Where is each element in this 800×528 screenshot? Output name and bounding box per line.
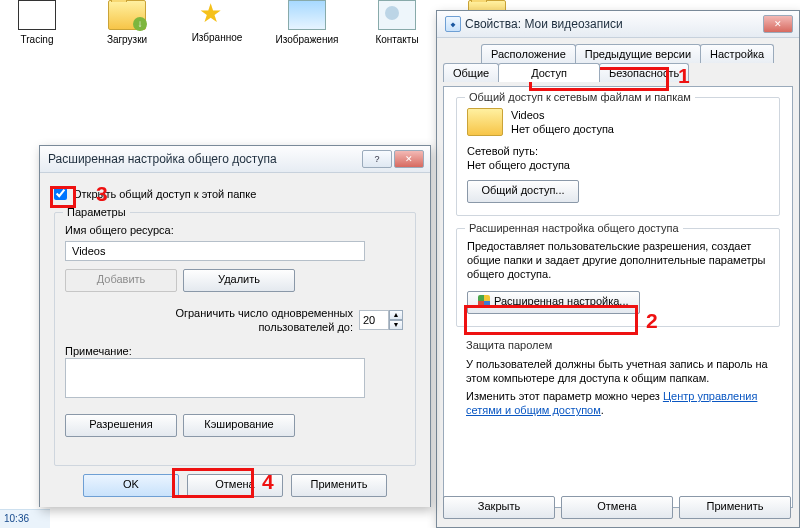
spinner-down[interactable]: ▼	[389, 320, 403, 330]
group-legend: Общий доступ к сетевым файлам и папкам	[465, 91, 695, 103]
share-status: Нет общего доступа	[467, 122, 769, 136]
spinner-up[interactable]: ▲	[389, 310, 403, 320]
advanced-sharing-desc: Предоставляет пользовательские разрешени…	[467, 239, 769, 281]
download-arrow-icon: ↓	[133, 17, 147, 31]
password-protection-hint: Изменить этот параметр можно через Центр…	[466, 389, 770, 417]
desktop-icon-tracing[interactable]: Tracing	[6, 0, 68, 50]
caching-button[interactable]: Кэширование	[183, 414, 295, 437]
cancel-button[interactable]: Отмена	[187, 474, 283, 497]
properties-sysicon: ⬥	[445, 16, 461, 32]
properties-title: Свойства: Мои видеозаписи	[465, 17, 763, 31]
limit-spinner[interactable]: ▲▼	[359, 310, 405, 330]
group-password-protection: Защита паролем У пользователей должны бы…	[456, 339, 780, 429]
properties-window: ⬥ Свойства: Мои видеозаписи ✕ Расположен…	[436, 10, 800, 528]
close-button[interactable]: ✕	[763, 15, 793, 33]
advanced-sharing-title: Расширенная настройка общего доступа	[48, 152, 362, 166]
tab-location[interactable]: Расположение	[481, 44, 576, 63]
desktop-icon-downloads[interactable]: ↓Загрузки	[96, 0, 158, 50]
network-path-value: Нет общего доступа	[467, 158, 769, 172]
share-name: Videos	[467, 108, 769, 122]
help-button[interactable]: ?	[362, 150, 392, 168]
tab-security[interactable]: Безопасность	[599, 63, 689, 82]
advanced-sharing-button[interactable]: Расширенная настройка...	[467, 291, 640, 314]
contact-icon	[378, 0, 416, 30]
group-legend: Защита паролем	[466, 339, 770, 357]
advanced-sharing-titlebar[interactable]: Расширенная настройка общего доступа ? ✕	[40, 146, 430, 173]
note-textarea[interactable]	[65, 358, 365, 398]
properties-titlebar[interactable]: ⬥ Свойства: Мои видеозаписи ✕	[437, 11, 799, 38]
network-path-label: Сетевой путь:	[467, 144, 769, 158]
share-name-label: Имя общего ресурса:	[65, 223, 405, 237]
password-protection-desc: У пользователей должны быть учетная запи…	[466, 357, 770, 385]
tracing-icon	[18, 0, 56, 30]
desktop-icon-pictures[interactable]: Изображения	[276, 0, 338, 50]
folder-icon	[467, 108, 503, 136]
properties-buttons: Закрыть Отмена Применить	[443, 496, 791, 519]
group-network-sharing: Общий доступ к сетевым файлам и папкам V…	[456, 97, 780, 216]
close-button[interactable]: ✕	[394, 150, 424, 168]
pictures-icon	[288, 0, 326, 30]
tab-sharing[interactable]: Доступ	[498, 63, 600, 82]
tab-previous-versions[interactable]: Предыдущие версии	[575, 44, 701, 63]
share-checkbox-label: Открыть общий доступ к этой папке	[73, 188, 256, 200]
permissions-button[interactable]: Разрешения	[65, 414, 177, 437]
group-legend: Расширенная настройка общего доступа	[465, 222, 683, 234]
desktop-icon-contacts[interactable]: Контакты	[366, 0, 428, 50]
fieldset-parameters: Параметры Имя общего ресурса: Добавить У…	[54, 212, 416, 466]
properties-apply-button[interactable]: Применить	[679, 496, 791, 519]
folder-icon: ↓	[108, 0, 146, 30]
tab-body-sharing: Общий доступ к сетевым файлам и папкам V…	[443, 86, 793, 508]
note-label: Примечание:	[65, 344, 405, 358]
share-checkbox-input[interactable]	[54, 187, 67, 200]
share-name-input[interactable]	[65, 241, 365, 261]
properties-cancel-button[interactable]: Отмена	[561, 496, 673, 519]
group-advanced-sharing: Расширенная настройка общего доступа Пре…	[456, 228, 780, 327]
fieldset-legend: Параметры	[63, 206, 130, 218]
star-icon: ★	[199, 0, 235, 28]
properties-tabs: Расположение Предыдущие версии Настройка…	[443, 44, 793, 86]
share-this-folder-checkbox[interactable]: Открыть общий доступ к этой папке	[54, 187, 256, 200]
apply-button[interactable]: Применить	[291, 474, 387, 497]
advanced-sharing-window: Расширенная настройка общего доступа ? ✕…	[39, 145, 431, 507]
add-button[interactable]: Добавить	[65, 269, 177, 292]
desktop-icon-favorites[interactable]: ★Избранное	[186, 0, 248, 50]
properties-close-button[interactable]: Закрыть	[443, 496, 555, 519]
share-button[interactable]: Общий доступ...	[467, 180, 579, 203]
uac-shield-icon	[478, 295, 490, 307]
tab-general[interactable]: Общие	[443, 63, 499, 82]
tab-customize[interactable]: Настройка	[700, 44, 774, 63]
advanced-sharing-buttons: OK Отмена Применить	[40, 474, 430, 497]
remove-button[interactable]: Удалить	[183, 269, 295, 292]
limit-label: Ограничить число одновременных пользоват…	[143, 306, 353, 334]
limit-input[interactable]	[359, 310, 389, 330]
taskbar-clock: 10:36	[0, 509, 50, 528]
advanced-sharing-body: Открыть общий доступ к этой папке Параме…	[40, 173, 430, 507]
ok-button[interactable]: OK	[83, 474, 179, 497]
